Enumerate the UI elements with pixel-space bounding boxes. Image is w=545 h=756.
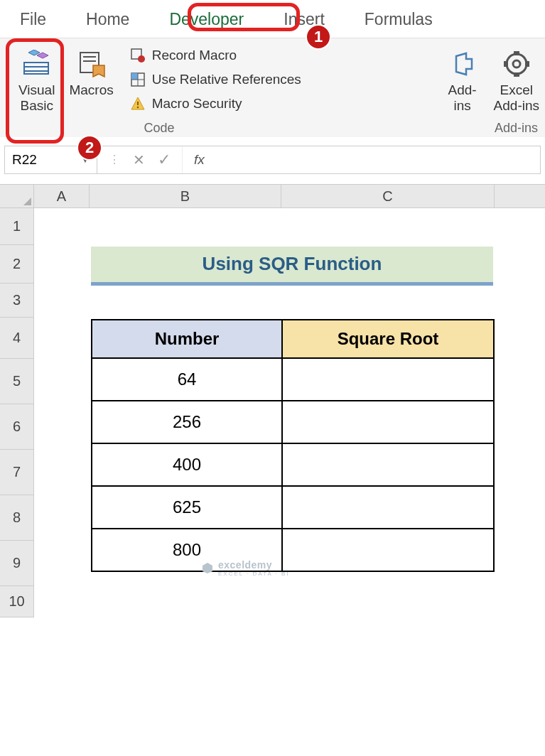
select-all-button[interactable] [0, 185, 34, 207]
table-row: 64 [92, 358, 494, 401]
svg-marker-23 [203, 563, 212, 573]
code-small-buttons: Record Macro Use Relative References Mac… [121, 43, 307, 114]
group-items-code: Visual Basic Macros [11, 43, 307, 118]
tab-file[interactable]: File [0, 6, 66, 33]
cell-number[interactable]: 256 [92, 401, 282, 443]
cell-sqrt[interactable] [282, 401, 494, 443]
visual-basic-label: Visual Basic [18, 82, 55, 114]
group-items-addins: Add- ins Excel Add-ins [438, 43, 539, 118]
addins-button[interactable]: Add- ins [438, 43, 487, 118]
addins-group-label: Add-ins [495, 121, 539, 136]
svg-point-17 [507, 54, 527, 74]
column-header-C[interactable]: C [281, 185, 495, 207]
title-banner: Using SQR Function [91, 247, 493, 282]
cells-area[interactable]: Using SQR Function Number Square Root 64… [34, 208, 545, 617]
svg-rect-19 [514, 72, 519, 77]
watermark-main: exceldemy [218, 559, 272, 571]
table-row: 256 [92, 401, 494, 443]
tab-insert[interactable]: Insert [264, 6, 345, 33]
data-table: Number Square Root 64 256 400 625 [91, 319, 495, 572]
row-header-3[interactable]: 3 [0, 284, 33, 318]
table-header-row: Number Square Root [92, 320, 494, 358]
macro-security-label: Macro Security [152, 96, 242, 112]
cell-number[interactable]: 400 [92, 443, 282, 486]
column-header-B[interactable]: B [90, 185, 281, 207]
ribbon-area: File Home Developer Insert Formulas [0, 0, 545, 137]
cancel-formula-icon[interactable]: ✕ [133, 151, 145, 168]
name-box-value: R22 [12, 152, 37, 168]
sheet: A B C 1 2 3 4 5 6 7 8 9 10 Using SQR Fun… [0, 184, 545, 617]
watermark: exceldemy EXCEL · DATA · BI [201, 559, 290, 577]
table-row: 800 [92, 529, 494, 571]
macros-label: Macros [69, 82, 113, 98]
use-relative-references-icon [129, 71, 146, 88]
record-macro-label: Record Macro [152, 48, 237, 63]
watermark-sub: EXCEL · DATA · BI [218, 571, 290, 577]
table-row: 625 [92, 486, 494, 529]
row-header-10[interactable]: 10 [0, 586, 33, 617]
record-macro-button[interactable]: Record Macro [126, 45, 304, 65]
use-relative-references-button[interactable]: Use Relative References [126, 70, 304, 90]
ribbon-tabs: File Home Developer Insert Formulas [0, 0, 545, 38]
sheet-body: 1 2 3 4 5 6 7 8 9 10 Using SQR Function … [0, 208, 545, 617]
row-header-1[interactable]: 1 [0, 208, 33, 245]
row-header-8[interactable]: 8 [0, 495, 33, 541]
excel-addins-button[interactable]: Excel Add-ins [487, 43, 539, 118]
formula-bar: R22 ▼ ⋮ ✕ ✓ fx [4, 146, 541, 174]
column-headers: A B C [0, 184, 545, 208]
tab-formulas[interactable]: Formulas [345, 6, 453, 33]
row-header-4[interactable]: 4 [0, 318, 33, 359]
code-group-label: Code [144, 121, 174, 136]
cell-sqrt[interactable] [282, 443, 494, 486]
record-macro-icon [129, 47, 146, 64]
cell-number[interactable]: 64 [92, 358, 282, 401]
row-headers: 1 2 3 4 5 6 7 8 9 10 [0, 208, 34, 617]
addins-label: Add- ins [448, 82, 477, 114]
table-row: 400 [92, 443, 494, 486]
svg-rect-21 [525, 61, 529, 67]
cell-number[interactable]: 625 [92, 486, 282, 529]
cell-sqrt[interactable] [282, 358, 494, 401]
formula-input[interactable] [216, 146, 540, 173]
macro-security-icon [129, 95, 146, 112]
tab-developer[interactable]: Developer [149, 6, 264, 33]
visual-basic-icon [20, 47, 54, 81]
svg-rect-11 [131, 73, 138, 80]
row-header-6[interactable]: 6 [0, 404, 33, 450]
ribbon-content: Visual Basic Macros [0, 38, 545, 137]
header-number[interactable]: Number [92, 320, 282, 358]
tab-home[interactable]: Home [66, 6, 149, 33]
use-relative-references-label: Use Relative References [152, 72, 301, 87]
enter-formula-icon[interactable]: ✓ [158, 151, 171, 169]
ribbon-group-addins: Add- ins Excel Add-ins Add-ins [433, 43, 539, 136]
cell-sqrt[interactable] [282, 486, 494, 529]
svg-point-16 [136, 107, 139, 109]
row-header-5[interactable]: 5 [0, 359, 33, 404]
excel-addins-label: Excel Add-ins [494, 82, 539, 114]
ribbon-group-code: Visual Basic Macros [6, 43, 313, 136]
name-box[interactable]: R22 ▼ [5, 146, 97, 173]
title-underline [91, 282, 493, 286]
row-header-2[interactable]: 2 [0, 245, 33, 284]
watermark-icon [201, 561, 214, 574]
row-header-9[interactable]: 9 [0, 541, 33, 586]
macros-button[interactable]: Macros [62, 43, 120, 102]
macros-icon [75, 47, 109, 81]
svg-rect-20 [504, 61, 508, 67]
svg-point-22 [513, 60, 520, 68]
macro-security-button[interactable]: Macro Security [126, 94, 304, 114]
header-square-root[interactable]: Square Root [282, 320, 494, 358]
formula-bar-buttons: ⋮ ✕ ✓ [97, 146, 183, 173]
fx-label[interactable]: fx [183, 152, 216, 168]
svg-rect-18 [514, 51, 519, 55]
svg-point-9 [138, 55, 145, 63]
column-header-A[interactable]: A [34, 185, 90, 207]
row-header-7[interactable]: 7 [0, 450, 33, 495]
formula-handle-icon: ⋮ [109, 153, 120, 166]
excel-addins-icon [500, 47, 534, 81]
addins-icon [446, 47, 480, 81]
svg-rect-0 [24, 63, 48, 74]
name-box-dropdown-icon[interactable]: ▼ [81, 155, 90, 165]
cell-sqrt[interactable] [282, 529, 494, 571]
visual-basic-button[interactable]: Visual Basic [11, 43, 62, 118]
